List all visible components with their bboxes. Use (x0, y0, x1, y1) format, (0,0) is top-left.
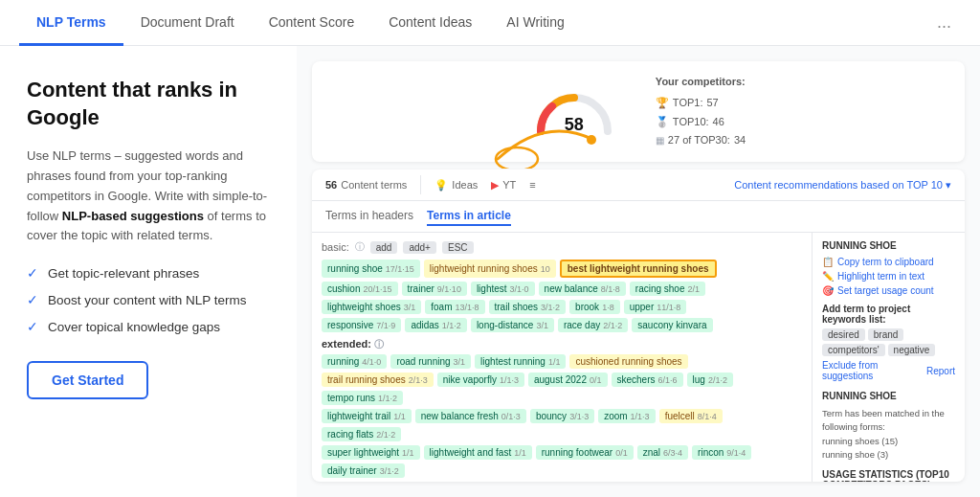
term-tempo-runs[interactable]: tempo runs 1/1·2 (322, 391, 403, 405)
term-lightweight-trail[interactable]: lightweight trail 1/1 (322, 409, 412, 423)
project-tags: desired brand competitors' negative (822, 328, 955, 356)
project-label: Add term to project keywords list: (822, 304, 955, 325)
term-lug[interactable]: lug 2/1·2 (687, 373, 733, 387)
filter-add-plus[interactable]: add+ (403, 241, 436, 254)
filter-add[interactable]: add (370, 241, 398, 254)
report-action[interactable]: Report (926, 360, 955, 381)
tab-content-ideas[interactable]: Content Ideas (371, 1, 489, 46)
match-form-2: running shoe (3) (822, 448, 955, 462)
proj-tag-competitors[interactable]: competitors' (822, 344, 885, 356)
ideas-item[interactable]: 💡 Ideas (434, 179, 478, 192)
term-rincon[interactable]: rincon 9/1·4 (692, 445, 751, 460)
term-cushion[interactable]: cushion 20/1·15 (322, 282, 398, 296)
term-lightest-running[interactable]: lightest running 1/1 (475, 354, 566, 369)
term-running-footwear[interactable]: running footwear 0/1 (536, 445, 634, 460)
term-race-day[interactable]: race day 2/1·2 (558, 318, 628, 332)
term-cushioned-running[interactable]: cushioned running shoes (569, 354, 687, 369)
term-adidas[interactable]: adidas 1/1·2 (405, 318, 467, 332)
info-icon: ⓘ (355, 240, 365, 254)
filter-row: basic: ⓘ add add+ ESC (322, 240, 802, 254)
term-long-distance[interactable]: long-distance 3/1 (471, 318, 554, 332)
check-icon-3: ✓ (27, 319, 38, 334)
term-foam[interactable]: foam 13/1·8 (425, 300, 484, 314)
tabs-bar: NLP Terms Document Draft Content Score C… (0, 0, 980, 46)
term-brook[interactable]: brook 1·8 (569, 300, 620, 314)
term-trainer[interactable]: trainer 9/1·10 (402, 282, 467, 296)
term-running-shoe[interactable]: running shoe 17/1·15 (322, 260, 420, 278)
term-best-lightweight[interactable]: best lightweight running shoes (560, 260, 717, 278)
tab-content-score[interactable]: Content Score (252, 1, 372, 46)
sidebar-title: RUNNING SHOE (822, 240, 955, 251)
sidebar-copy-action[interactable]: 📋 Copy term to clipboard (822, 257, 955, 267)
term-trail-shoes[interactable]: trail shoes 3/1·2 (489, 300, 567, 314)
filter-label: basic: (322, 241, 349, 253)
highlight-icon: ✏️ (822, 271, 834, 282)
term-bouncy[interactable]: bouncy 3/1·3 (530, 409, 594, 423)
term-nb-fresh[interactable]: new balance fresh 0/1·3 (415, 409, 526, 423)
yt-icon: ▶ (491, 179, 499, 192)
top30-row: ▦ 27 of TOP30: 34 (656, 131, 746, 150)
proj-tag-desired[interactable]: desired (822, 328, 865, 341)
competitors-info: Your competitors: 🏆 TOP1: 57 🥈 TOP10: 46… (656, 73, 746, 150)
term-daily-trainer[interactable]: daily trainer 3/1·2 (322, 463, 405, 478)
basic-terms-row-2: cushion 20/1·15 trainer 9/1·10 lightest … (322, 282, 802, 296)
term-racing-flats[interactable]: racing flats 2/1·2 (322, 427, 401, 441)
term-lightweight-running-shoes[interactable]: lightweight running shoes 10 (424, 260, 556, 278)
sidebar-highlight-action[interactable]: ✏️ Highlight term in text (822, 271, 955, 282)
tab-document-draft[interactable]: Document Draft (123, 1, 252, 46)
basic-terms-row-3: lightweight shoes 3/1 foam 13/1·8 trail … (322, 300, 802, 314)
score-value: 58 (565, 115, 584, 135)
basic-terms-row-4: responsive 7/1·9 adidas 1/1·2 long-dista… (322, 318, 802, 332)
ideas-icon: 💡 (434, 179, 448, 192)
term-lightest[interactable]: lightest 3/1·0 (471, 282, 535, 296)
medal-icon: 🥈 (656, 113, 669, 132)
proj-tag-negative[interactable]: negative (888, 344, 936, 356)
term-nike-vaporfly[interactable]: nike vaporfly 1/1·3 (437, 373, 524, 387)
score-section: 58 Your competitors: 🏆 TOP1: 57 🥈 TOP10:… (312, 61, 965, 162)
term-racing-shoe[interactable]: racing shoe 2/1 (630, 282, 705, 296)
filter-esc[interactable]: ESC (442, 241, 474, 254)
toolbar-divider (420, 175, 421, 194)
term-znal[interactable]: znal 6/3·4 (637, 445, 688, 460)
term-lw-and-fast[interactable]: lightweight and fast 1/1 (424, 445, 532, 460)
tab-ai-writing[interactable]: AI Writing (489, 1, 581, 46)
term-running[interactable]: running 4/1·0 (322, 354, 387, 369)
recommendations-label[interactable]: Content recommendations based on TOP 10 … (734, 179, 951, 192)
sub-tab-article[interactable]: Terms in article (427, 207, 511, 226)
yt-item[interactable]: ▶ YT (491, 179, 516, 192)
terms-body: basic: ⓘ add add+ ESC running shoe 17/1·… (312, 233, 965, 482)
term-zoom[interactable]: zoom 1/1·3 (598, 409, 655, 423)
exclude-action[interactable]: Exclude from suggestions (822, 360, 921, 381)
term-fuelcell[interactable]: fuelcell 8/1·4 (659, 409, 723, 423)
term-new-balance[interactable]: new balance 8/1·8 (539, 282, 626, 296)
term-saucony[interactable]: saucony kinvara (632, 318, 712, 332)
term-trail-running-shoes[interactable]: trail running shoes 2/1·3 (322, 373, 434, 387)
match-title: RUNNING SHOE (822, 391, 955, 401)
check-icon-2: ✓ (27, 292, 38, 307)
sidebar-target-action[interactable]: 🎯 Set target usage count (822, 285, 955, 296)
term-august-2022[interactable]: august 2022 0/1 (528, 373, 608, 387)
get-started-button[interactable]: Get Started (27, 361, 148, 399)
basic-terms-row-1: running shoe 17/1·15 lightweight running… (322, 260, 802, 278)
tabs-more-button[interactable]: ... (927, 3, 961, 42)
tab-nlp-terms[interactable]: NLP Terms (19, 1, 123, 46)
term-skechers[interactable]: skechers 6/1·6 (612, 373, 683, 387)
top10-row: 🥈 TOP10: 46 (656, 113, 746, 132)
extended-label: extended: ⓘ (322, 338, 802, 351)
terms-label: Content terms (341, 179, 407, 191)
term-lightweight-shoes[interactable]: lightweight shoes 3/1 (322, 300, 421, 314)
term-super-lightweight[interactable]: super lightweight 1/1 (322, 445, 420, 460)
match-desc: Term has been matched in the following f… (822, 407, 955, 435)
proj-tag-brand[interactable]: brand (868, 328, 904, 341)
match-form-1: running shoes (15) (822, 435, 955, 448)
term-upper[interactable]: upper 11/1·8 (624, 300, 687, 314)
terms-count-item: 56 Content terms (325, 179, 407, 191)
term-road-running[interactable]: road running 3/1 (390, 354, 471, 369)
feature-item-1: ✓ Get topic-relevant phrases (27, 265, 270, 281)
main-layout: Content that ranks in Google Use NLP ter… (0, 46, 980, 497)
term-responsive[interactable]: responsive 7/1·9 (322, 318, 401, 332)
check-icon-1: ✓ (27, 265, 38, 281)
sub-tab-headers[interactable]: Terms in headers (325, 207, 413, 226)
yt-label: YT (502, 179, 516, 191)
ideas-label: Ideas (452, 179, 478, 191)
